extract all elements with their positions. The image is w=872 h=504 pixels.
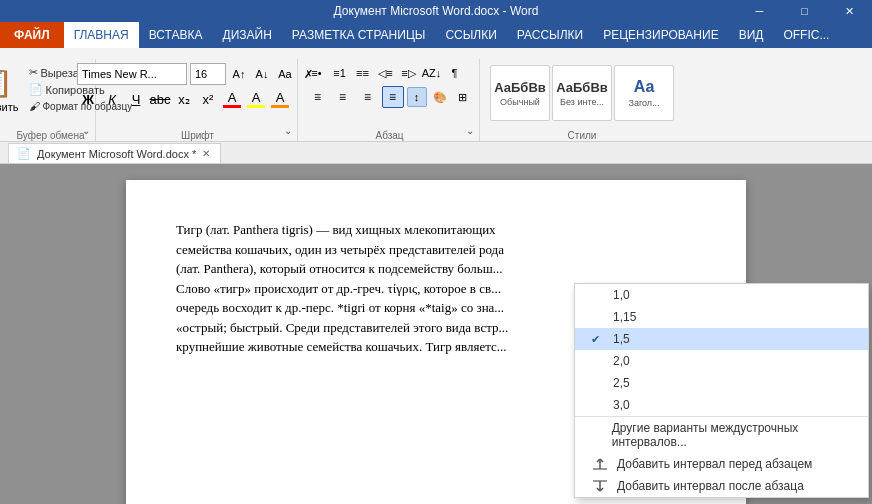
other-spacing-label: Другие варианты междустрочных интервалов… xyxy=(612,421,852,449)
menu-item-view[interactable]: ВИД xyxy=(729,22,774,48)
spacing-2-0[interactable]: 2,0 xyxy=(575,350,868,372)
list-row: ≡• ≡1 ≡≡ ◁≡ ≡▷ AZ↓ ¶ xyxy=(307,63,465,83)
paste-button[interactable]: 📋 Вставить xyxy=(0,61,24,115)
spacing-3-0-label: 3,0 xyxy=(613,398,630,412)
styles-group: АаБбВв Обычный АаБбВв Без инте... Аа Заг… xyxy=(482,59,682,141)
font-group: A↑ A↓ Aa ✗ Ж К Ч abc x₂ x² A A xyxy=(98,59,298,141)
menu-item-file[interactable]: ФАЙЛ xyxy=(0,22,64,48)
document-tab[interactable]: 📄 Документ Microsoft Word.docx * ✕ xyxy=(8,143,221,163)
style-normal-label: Обычный xyxy=(500,97,540,107)
spacing-1-5-label: 1,5 xyxy=(613,332,630,346)
italic-button[interactable]: К xyxy=(101,88,123,110)
spacing-3-0[interactable]: 3,0 xyxy=(575,394,868,416)
font-label: Шрифт xyxy=(181,130,214,141)
add-space-before[interactable]: Добавить интервал перед абзацем xyxy=(575,453,868,475)
style-normal[interactable]: АаБбВв Обычный xyxy=(490,65,550,121)
doc-tab-icon: 📄 xyxy=(17,147,31,160)
decrease-indent-button[interactable]: ◁≡ xyxy=(376,63,396,83)
document-area: Тигр (лат. Panthera tigris) — вид хищных… xyxy=(0,164,872,504)
align-center-button[interactable]: ≡ xyxy=(332,86,354,108)
paste-icon: 📋 xyxy=(0,63,13,101)
spacing-1-0-label: 1,0 xyxy=(613,288,630,302)
subscript-button[interactable]: x₂ xyxy=(173,88,195,110)
case-button[interactable]: Aa xyxy=(275,64,295,84)
add-space-after-label: Добавить интервал после абзаца xyxy=(617,479,804,493)
close-button[interactable]: ✕ xyxy=(827,0,872,22)
doc-paragraph-2: семейства кошачьих, один из четырёх пред… xyxy=(176,240,696,260)
styles-label: Стили xyxy=(568,130,597,141)
align-justify-button[interactable]: ≡ xyxy=(382,86,404,108)
spacing-2-0-label: 2,0 xyxy=(613,354,630,368)
font-name-row: A↑ A↓ Aa ✗ xyxy=(77,63,318,85)
minimize-button[interactable]: ─ xyxy=(737,0,782,22)
menu-item-design[interactable]: ДИЗАЙН xyxy=(213,22,282,48)
paragraph-expand-button[interactable]: ⌄ xyxy=(463,123,477,137)
shading-button[interactable]: 🎨 xyxy=(430,87,450,107)
line-spacing-button[interactable]: ↕ xyxy=(407,87,427,107)
text-color-icon: A xyxy=(276,90,285,105)
menu-item-insert[interactable]: ВСТАВКА xyxy=(139,22,213,48)
underline-button[interactable]: Ч xyxy=(125,88,147,110)
style-nospacing-label: Без инте... xyxy=(560,97,604,107)
strike-button[interactable]: abc xyxy=(149,88,171,110)
show-marks-button[interactable]: ¶ xyxy=(445,63,465,83)
font-size-input[interactable] xyxy=(190,63,226,85)
doc-paragraph-3: (лат. Panthera), который относится к под… xyxy=(176,259,696,279)
menu-item-home[interactable]: ГЛАВНАЯ xyxy=(64,22,139,48)
spacing-1-15[interactable]: 1,15 xyxy=(575,306,868,328)
font-name-input[interactable] xyxy=(77,63,187,85)
spacing-1-15-label: 1,15 xyxy=(613,310,636,324)
font-decrease-button[interactable]: A↓ xyxy=(252,64,272,84)
menu-item-layout[interactable]: РАЗМЕТКА СТРАНИЦЫ xyxy=(282,22,436,48)
multilevel-list-button[interactable]: ≡≡ xyxy=(353,63,373,83)
borders-button[interactable]: ⊞ xyxy=(453,87,473,107)
doc-paragraph-1: Тигр (лат. Panthera tigris) — вид хищных… xyxy=(176,220,696,240)
spacing-1-0[interactable]: 1,0 xyxy=(575,284,868,306)
style-heading1-preview: Аа xyxy=(634,78,655,96)
highlight-color-button[interactable]: A xyxy=(245,89,267,110)
menu-item-mailings[interactable]: РАССЫЛКИ xyxy=(507,22,593,48)
paint-icon: 🖌 xyxy=(29,100,40,112)
doc-tab-close[interactable]: ✕ xyxy=(202,148,210,159)
superscript-button[interactable]: x² xyxy=(197,88,219,110)
spacing-before-icon xyxy=(591,457,609,471)
align-left-button[interactable]: ≡ xyxy=(307,86,329,108)
bullets-button[interactable]: ≡• xyxy=(307,63,327,83)
style-no-spacing[interactable]: АаБбВв Без инте... xyxy=(552,65,612,121)
doc-tab-label: Документ Microsoft Word.docx * xyxy=(37,148,196,160)
font-color-bar xyxy=(223,105,241,108)
maximize-button[interactable]: □ xyxy=(782,0,827,22)
paste-label: Вставить xyxy=(0,101,18,113)
style-items: АаБбВв Обычный АаБбВв Без инте... Аа Заг… xyxy=(490,65,674,121)
other-spacing-option[interactable]: Другие варианты междустрочных интервалов… xyxy=(575,416,868,453)
menu-item-references[interactable]: ССЫЛКИ xyxy=(435,22,506,48)
spacing-2-5[interactable]: 2,5 xyxy=(575,372,868,394)
font-expand-button[interactable]: ⌄ xyxy=(281,123,295,137)
bold-button[interactable]: Ж xyxy=(77,88,99,110)
menu-bar: ФАЙЛ ГЛАВНАЯ ВСТАВКА ДИЗАЙН РАЗМЕТКА СТР… xyxy=(0,22,872,48)
line-spacing-dropdown[interactable]: 1,0 1,15 ✔ 1,5 2,0 2,5 3,0 Другие вариан… xyxy=(574,283,869,498)
sort-button[interactable]: AZ↓ xyxy=(422,63,442,83)
menu-item-review[interactable]: РЕЦЕНЗИРОВАНИЕ xyxy=(593,22,728,48)
numbering-button[interactable]: ≡1 xyxy=(330,63,350,83)
menu-item-office[interactable]: OFFIC... xyxy=(773,22,839,48)
spacing-1-5[interactable]: ✔ 1,5 xyxy=(575,328,868,350)
title-text: Документ Microsoft Word.docx - Word xyxy=(334,4,539,18)
scissors-icon: ✂ xyxy=(29,66,38,79)
paragraph-label: Абзац xyxy=(375,130,403,141)
align-right-button[interactable]: ≡ xyxy=(357,86,379,108)
style-heading1-label: Загол... xyxy=(628,98,659,108)
clipboard-label: Буфер обмена xyxy=(17,130,85,141)
align-row: ≡ ≡ ≡ ≡ ↕ 🎨 ⊞ xyxy=(307,86,473,108)
ribbon: 📋 Вставить ✂ Вырезать 📄 Копировать 🖌 Фор… xyxy=(0,48,872,142)
font-increase-button[interactable]: A↑ xyxy=(229,64,249,84)
add-space-after[interactable]: Добавить интервал после абзаца xyxy=(575,475,868,497)
title-bar: Документ Microsoft Word.docx - Word ─ □ … xyxy=(0,0,872,22)
text-color-button[interactable]: A xyxy=(269,89,291,110)
font-color-icon: A xyxy=(228,90,237,105)
style-heading1[interactable]: Аа Загол... xyxy=(614,65,674,121)
font-color-button[interactable]: A xyxy=(221,89,243,110)
spacing-2-5-label: 2,5 xyxy=(613,376,630,390)
increase-indent-button[interactable]: ≡▷ xyxy=(399,63,419,83)
spacing-after-icon xyxy=(591,479,609,493)
